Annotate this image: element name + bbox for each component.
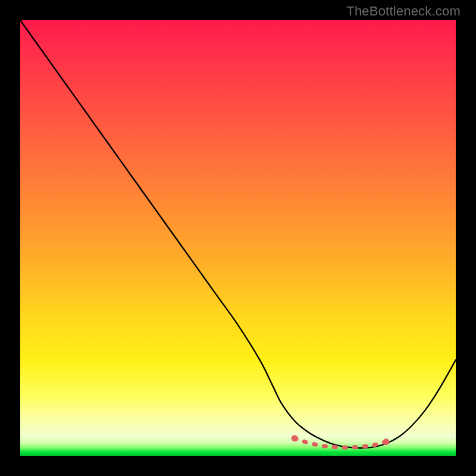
plot-area (20, 20, 456, 456)
chart-frame: TheBottleneck.com (0, 0, 476, 476)
bottleneck-curve (20, 20, 456, 448)
optimal-range-endpoint (383, 439, 389, 445)
optimal-range-endpoint (292, 435, 298, 441)
watermark-text: TheBottleneck.com (346, 4, 461, 19)
chart-svg (20, 20, 456, 456)
